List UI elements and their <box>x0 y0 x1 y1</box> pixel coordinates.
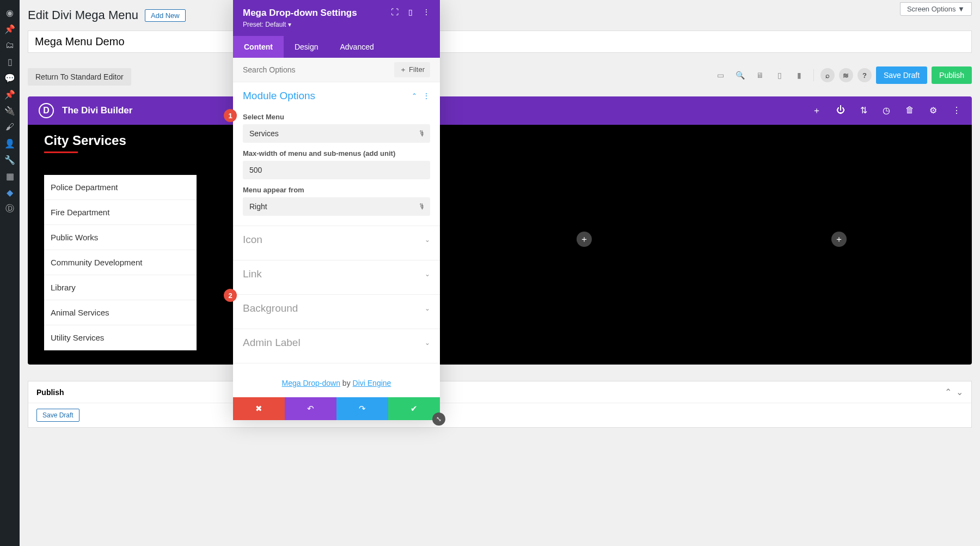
settings-icon[interactable]: ▦ <box>0 168 20 184</box>
comments-icon[interactable]: 💬 <box>0 70 20 86</box>
save-draft-small-button[interactable]: Save Draft <box>36 409 79 422</box>
chevron-down-icon[interactable]: ⌄ <box>956 387 963 397</box>
settings-modal: Mega Drop-down Settings Preset: Default … <box>233 0 440 420</box>
expand-icon[interactable]: ⛶ <box>391 8 399 16</box>
list-item[interactable]: Fire Department <box>44 200 197 225</box>
select-menu-dropdown[interactable]: Services <box>243 124 430 143</box>
users-icon[interactable]: 👤 <box>0 135 20 151</box>
list-item[interactable]: Community Development <box>44 250 197 275</box>
tools-icon[interactable]: 🔧 <box>0 151 20 168</box>
chevron-down-icon[interactable]: ⌄ <box>425 339 430 347</box>
sort-icon[interactable]: ⇅ <box>860 105 867 117</box>
zoom-icon[interactable]: 🔍 <box>733 68 748 83</box>
add-module-button[interactable]: ＋ <box>831 232 847 247</box>
search-tool-icon[interactable]: ⌕ <box>820 68 835 82</box>
section-more-icon[interactable]: ⋮ <box>422 92 430 100</box>
save-draft-button[interactable]: Save Draft <box>876 66 927 84</box>
post-title-input[interactable] <box>28 31 972 53</box>
divi-icon[interactable]: Ⓓ <box>0 201 20 217</box>
resize-handle[interactable]: ⤡ <box>432 412 445 426</box>
pin-icon[interactable]: 📌 <box>0 21 20 37</box>
chevron-up-icon[interactable]: ⌃ <box>945 387 952 397</box>
add-new-button[interactable]: Add New <box>145 9 186 22</box>
list-item[interactable]: Utility Services <box>44 325 197 350</box>
screen-options-toggle[interactable]: Screen Options ▼ <box>900 2 972 16</box>
plugin-icon[interactable]: 🔌 <box>0 102 20 119</box>
wp-admin-sidebar: ◉ 📌 🗂 ▯ 💬 📌 🔌 🖌 👤 🔧 ▦ ◆ Ⓓ <box>0 0 20 546</box>
list-item[interactable]: Public Works <box>44 225 197 250</box>
chevron-down-icon[interactable]: ⌄ <box>425 305 430 312</box>
desktop-icon[interactable]: 🖥 <box>752 68 768 83</box>
page-title: Edit Divi Mega Menu <box>28 8 138 22</box>
city-services-list: Police Department Fire Department Public… <box>44 175 197 350</box>
modal-title: Mega Drop-down Settings <box>243 8 357 19</box>
help-icon[interactable]: ? <box>857 68 872 82</box>
wireframe-icon[interactable]: ▭ <box>713 68 728 83</box>
pin2-icon[interactable]: 📌 <box>0 86 20 102</box>
cancel-button[interactable]: ✖ <box>233 397 285 420</box>
power-icon[interactable]: ⏻ <box>836 105 845 117</box>
tab-advanced[interactable]: Advanced <box>329 36 384 58</box>
select-arrows-icon: ▴▾ <box>421 203 424 210</box>
modal-more-icon[interactable]: ⋮ <box>422 8 430 16</box>
city-services-title: City Services <box>44 133 197 148</box>
modal-footer-credit: Mega Drop-down by Divi Engine <box>233 369 440 397</box>
appear-from-dropdown[interactable]: Right <box>243 197 430 216</box>
engine-icon[interactable]: ◆ <box>0 184 20 201</box>
section-admin-label[interactable]: Admin Label <box>243 337 301 349</box>
trash-icon[interactable]: 🗑 <box>905 105 914 117</box>
toolbar-divider <box>813 69 814 81</box>
return-standard-editor-button[interactable]: Return To Standard Editor <box>28 68 131 86</box>
media-icon[interactable]: 🗂 <box>0 37 20 53</box>
more-icon[interactable]: ⋮ <box>952 105 961 117</box>
add-icon[interactable]: ＋ <box>812 105 821 117</box>
gear-icon[interactable]: ⚙ <box>929 105 937 117</box>
annotation-badge-1: 1 <box>224 109 237 122</box>
publish-button[interactable]: Publish <box>932 66 972 84</box>
select-menu-label: Select Menu <box>243 113 430 121</box>
pages-icon[interactable]: ▯ <box>0 53 20 70</box>
appearance-icon[interactable]: 🖌 <box>0 119 20 135</box>
tab-design[interactable]: Design <box>284 36 329 58</box>
title-underline <box>44 151 78 153</box>
editor-toolbar: ▭ 🔍 🖥 ▯ ▮ ⌕ ≋ ? Save Draft Publish <box>713 61 972 92</box>
chevron-up-icon[interactable]: ⌃ <box>412 92 417 100</box>
redo-button[interactable]: ↷ <box>336 397 388 420</box>
max-width-input[interactable] <box>243 161 430 179</box>
modal-preset[interactable]: Preset: Default ▾ <box>243 21 357 28</box>
section-module-options[interactable]: Module Options <box>243 90 315 102</box>
phone-icon[interactable]: ▮ <box>792 68 807 83</box>
modal-tabs: Content Design Advanced <box>233 36 440 58</box>
section-link[interactable]: Link <box>243 268 262 280</box>
chevron-down-icon[interactable]: ⌄ <box>425 270 430 278</box>
section-background[interactable]: Background <box>243 302 298 314</box>
divi-logo-icon: D <box>39 103 54 118</box>
add-module-button[interactable]: ＋ <box>577 232 592 247</box>
annotation-badge-2: 2 <box>224 289 237 302</box>
clock-icon[interactable]: ◷ <box>883 105 890 117</box>
chevron-down-icon[interactable]: ⌄ <box>425 236 430 244</box>
list-item[interactable]: Library <box>44 275 197 300</box>
dashboard-icon[interactable]: ◉ <box>0 4 20 21</box>
select-arrows-icon: ▴▾ <box>421 130 424 137</box>
publish-box-title: Publish <box>36 388 64 397</box>
publish-metabox: Publish ⌃ ⌄ Save Draft <box>28 381 972 428</box>
tablet-icon[interactable]: ▯ <box>772 68 787 83</box>
builder-title: The Divi Builder <box>62 105 132 116</box>
list-item[interactable]: Animal Services <box>44 300 197 325</box>
snap-icon[interactable]: ▯ <box>408 8 413 16</box>
search-options-input[interactable] <box>243 65 390 74</box>
appear-from-label: Menu appear from <box>243 186 430 194</box>
filter-button[interactable]: ＋ Filter <box>394 62 430 77</box>
max-width-label: Max-width of menu and sub-menus (add uni… <box>243 149 430 157</box>
builder-header: D The Divi Builder ＋ ⏻ ⇅ ◷ 🗑 ⚙ ⋮ <box>28 96 972 125</box>
undo-button[interactable]: ↶ <box>285 397 336 420</box>
author-link[interactable]: Divi Engine <box>353 379 391 387</box>
module-link[interactable]: Mega Drop-down <box>282 379 340 387</box>
section-icon[interactable]: Icon <box>243 234 262 246</box>
tab-content[interactable]: Content <box>233 36 284 58</box>
list-item[interactable]: Police Department <box>44 175 197 200</box>
layers-icon[interactable]: ≋ <box>839 68 853 82</box>
